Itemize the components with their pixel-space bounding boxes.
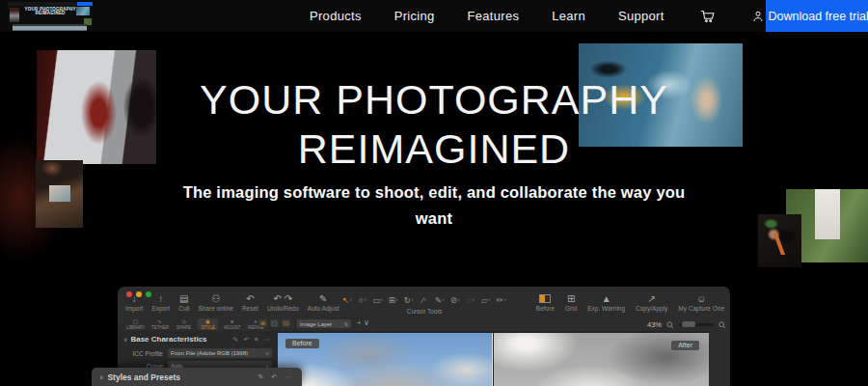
annotate-cursor-tool[interactable]: ✏∨ — [494, 295, 509, 305]
nav-link-products[interactable]: Products — [310, 9, 362, 23]
after-badge: After — [671, 341, 699, 350]
image-viewer: Before After — [278, 331, 709, 386]
tab-library[interactable]: ▢ LIBRARY — [125, 318, 146, 330]
mask-view-icon[interactable]: ⊞ — [258, 319, 267, 327]
tether-icon: ∿ — [157, 319, 162, 324]
auto-adjust-button[interactable]: ✎ Auto Adjust — [308, 293, 339, 312]
undo-redo-button[interactable]: ↶ ↷ Undo/Redo — [267, 293, 299, 312]
logo-page-thumbnail[interactable]: YOUR PHOTOGRAPHY REIMAGINED — [8, 2, 93, 31]
tab-style[interactable]: ◉ STYLE — [198, 318, 218, 330]
nav-links: Products Pricing Features Learn Support — [310, 9, 665, 23]
overlay-view-icon[interactable]: ⊡ — [282, 319, 290, 327]
tab-tether[interactable]: ∿ TETHER — [149, 318, 170, 330]
grid-toggle-button[interactable]: ⊞ Grid — [565, 293, 577, 312]
layer-select[interactable]: Image Layer ⇅ — [297, 319, 351, 328]
icc-profile-row: ICC Profile From File (Adobe RGB (1998) … — [118, 348, 278, 358]
thumb-mini-app-screenshot — [13, 24, 87, 31]
undo-redo-icon: ↶ ↷ — [274, 293, 293, 304]
icc-profile-select[interactable]: From File (Adobe RGB (1998) ∨ — [168, 348, 272, 358]
auto-adjust-icon: ✎ — [319, 293, 327, 304]
import-button[interactable]: ↓ Import — [125, 293, 143, 312]
before-toggle-button[interactable]: Before — [536, 293, 555, 312]
thumb-mini-cta — [77, 2, 93, 6]
add-layer-button[interactable]: + ∨ — [357, 318, 369, 327]
tabs-overflow-icon[interactable]: ⋮ — [251, 319, 258, 327]
export-icon: ↑ — [158, 293, 163, 304]
warning-triangle-icon: ▲ — [602, 293, 611, 304]
adjust-icon: ≡ — [231, 319, 233, 324]
pan-cursor-tool[interactable]: ○∨ — [355, 295, 370, 305]
share-people-icon: ⚇ — [211, 293, 220, 304]
hero-photo-photographer — [758, 214, 801, 267]
viewer-after-image[interactable]: After — [494, 333, 709, 386]
nav-link-learn[interactable]: Learn — [552, 9, 585, 23]
thumb-mini-title: YOUR PHOTOGRAPHY REIMAGINED — [8, 7, 93, 15]
grid-icon: ⊞ — [567, 293, 575, 304]
nav-link-support[interactable]: Support — [618, 9, 665, 23]
hero-title: YOUR PHOTOGRAPHY REIMAGINED — [0, 75, 868, 174]
library-icon: ▢ — [133, 319, 138, 324]
copy-apply-icon: ↗ — [647, 293, 655, 304]
grid-cursor-tool[interactable]: ⊞∨ — [386, 295, 401, 305]
styles-and-presets-panel[interactable]: ∨ Styles and Presets ✎ ↶ ⋯ — [92, 368, 302, 386]
straighten-cursor-tool[interactable]: ∕∨ — [417, 295, 432, 305]
layer-view-icon[interactable]: ▢ — [270, 319, 279, 327]
rotate-cursor-tool[interactable]: ↻∨ — [401, 295, 417, 305]
reset-icon: ↶ — [246, 293, 254, 304]
landing-page: YOUR PHOTOGRAPHY REIMAGINED Products Pri… — [0, 0, 868, 386]
layer-view-buttons: ⊞ ▢ ⊡ — [258, 319, 290, 327]
download-free-trial-button[interactable]: Download free trial — [766, 0, 868, 32]
my-capture-one-button[interactable]: ☺ My Capture One — [678, 293, 724, 312]
tool-tabs: ▢ LIBRARY ∿ TETHER ◇ SHAPE ◉ STYLE ≡ A — [125, 318, 266, 330]
panel-action-icons[interactable]: ✎ ↶ ≡ ⋯ — [232, 336, 272, 344]
cursor-tools-group: ↖∨ ○∨ ▭∨ ⊞∨ ↻∨ ∕∨ ✎∨ ⊘∨ ◌∨ ▱∨ ✏∨ — [339, 295, 509, 305]
stepper-icon: ⇅ — [344, 321, 348, 327]
zoom-slider[interactable] — [679, 323, 714, 326]
panel-action-icons[interactable]: ✎ ↶ ⋯ — [258, 373, 294, 381]
clone-cursor-tool[interactable]: ▱∨ — [478, 295, 494, 305]
share-online-button[interactable]: ⚇ Share online — [198, 293, 233, 312]
before-after-icon — [539, 294, 551, 303]
cursor-tools-label: Cursor Tools — [339, 308, 509, 315]
cart-icon[interactable] — [699, 8, 716, 24]
reset-button[interactable]: ↶ Reset — [242, 293, 258, 312]
shape-icon: ◇ — [181, 319, 185, 324]
zoom-level-value: 43% — [647, 320, 662, 329]
import-icon: ↓ — [132, 293, 137, 304]
base-characteristics-header[interactable]: ∨ Base Characteristics ✎ ↶ ≡ ⋯ — [118, 331, 278, 345]
style-icon: ◉ — [205, 319, 210, 324]
toolbar-left-group: ↓ Import ↑ Export ▤ Cull ⚇ Share online … — [125, 293, 339, 312]
select-cursor-tool[interactable]: ↖∨ — [339, 295, 355, 305]
nav-link-features[interactable]: Features — [468, 9, 520, 23]
zoom-controls: 43% — [647, 320, 726, 329]
cull-icon: ▤ — [179, 293, 188, 304]
nav-link-pricing[interactable]: Pricing — [394, 9, 435, 23]
toolbar-right-group: Before ⊞ Grid ▲ Exp. Warning ↗ Copy/Appl… — [536, 293, 724, 312]
zoom-out-icon[interactable] — [666, 321, 674, 329]
top-navigation: YOUR PHOTOGRAPHY REIMAGINED Products Pri… — [0, 0, 868, 32]
before-badge: Before — [285, 339, 319, 348]
tool-tabs-row: ▢ LIBRARY ∿ TETHER ◇ SHAPE ◉ STYLE ≡ A — [118, 318, 730, 331]
cull-button[interactable]: ▤ Cull — [178, 293, 189, 312]
tab-shape[interactable]: ◇ SHAPE — [174, 318, 194, 330]
hero-title-line2: REIMAGINED — [0, 124, 868, 174]
account-icon[interactable] — [750, 9, 766, 24]
collapse-chevron-icon[interactable]: ∨ — [123, 336, 127, 343]
hero-subtitle: The imaging software to shoot, edit, and… — [174, 179, 694, 232]
tab-adjust[interactable]: ≡ ADJUST — [222, 318, 242, 330]
erase-mask-cursor-tool[interactable]: ⊘∨ — [448, 295, 463, 305]
zoom-in-icon[interactable] — [719, 321, 726, 329]
user-profile-icon: ☺ — [696, 293, 706, 304]
zoom-slider-handle[interactable] — [682, 321, 695, 327]
collapse-chevron-icon[interactable]: ∨ — [99, 373, 103, 380]
heal-cursor-tool[interactable]: ◌∨ — [463, 295, 478, 305]
copy-apply-button[interactable]: ↗ Copy/Apply — [636, 293, 667, 312]
hero-title-line1: YOUR PHOTOGRAPHY — [0, 75, 868, 124]
exposure-warning-button[interactable]: ▲ Exp. Warning — [587, 293, 625, 312]
draw-mask-cursor-tool[interactable]: ✎∨ — [432, 295, 448, 305]
crop-cursor-tool[interactable]: ▭∨ — [370, 295, 386, 305]
export-button[interactable]: ↑ Export — [151, 293, 170, 312]
viewer-before-image[interactable]: Before — [278, 333, 493, 386]
chevron-down-icon: ∨ — [265, 350, 269, 356]
